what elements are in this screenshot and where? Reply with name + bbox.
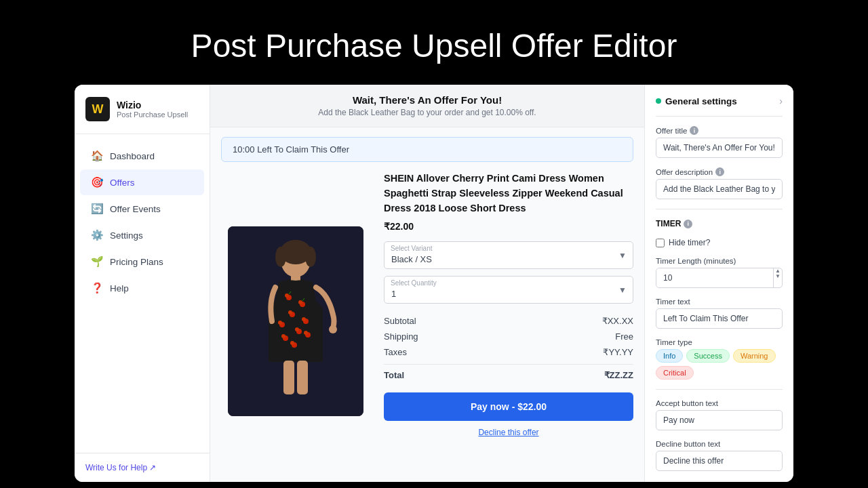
sidebar-item-pricing-plans[interactable]: 🌱 Pricing Plans <box>80 249 204 274</box>
hide-timer-row: Hide timer? <box>656 238 783 247</box>
svg-rect-6 <box>288 279 291 293</box>
variant-select-wrapper: Select Variant Black / XS ▼ <box>384 241 633 269</box>
timer-type-info[interactable]: Info <box>656 349 683 363</box>
svg-point-19 <box>278 321 282 325</box>
shipping-row: Shipping Free <box>384 329 633 344</box>
dashboard-icon: 🏠 <box>91 150 103 162</box>
product-price: ₹22.00 <box>384 221 633 232</box>
svg-rect-7 <box>300 279 304 293</box>
sidebar-footer: Write Us for Help ↗ <box>75 453 210 482</box>
variant-label: Select Variant <box>391 245 433 252</box>
timer-type-field: Timer type Info Success Warning Critical <box>656 338 783 380</box>
offers-icon: 🎯 <box>91 176 103 188</box>
sidebar-item-label: Settings <box>110 230 143 241</box>
svg-point-17 <box>302 317 306 321</box>
offer-title-info-icon: i <box>690 126 698 135</box>
timer-text-label: Timer text <box>656 298 783 306</box>
offer-header-title: Wait, There's An Offer For You! <box>224 94 631 106</box>
shipping-value: Free <box>615 331 633 342</box>
svg-point-9 <box>285 293 289 298</box>
sidebar-item-offers[interactable]: 🎯 Offers <box>80 169 204 195</box>
offer-header-subtitle: Add the Black Leather Bag to your order … <box>224 108 631 117</box>
product-name: SHEIN Allover Cherry Print Cami Dress Wo… <box>384 171 633 216</box>
svg-point-3 <box>275 247 286 267</box>
quantity-label: Select Quantity <box>391 279 437 287</box>
product-image-container <box>221 171 370 471</box>
offer-events-icon: 🔄 <box>91 203 103 215</box>
timer-length-down-button[interactable]: ▼ <box>774 274 782 279</box>
product-details: SHEIN Allover Cherry Print Cami Dress Wo… <box>384 171 633 471</box>
timer-length-field: Timer Length (minutes) ▲ ▼ <box>656 257 783 288</box>
taxes-value: ₹YY.YY <box>603 347 633 357</box>
sidebar-logo: W Wizio Post Purchase Upsell <box>75 85 210 134</box>
product-section: SHEIN Allover Cherry Print Cami Dress Wo… <box>210 171 644 482</box>
total-label: Total <box>384 370 404 380</box>
sidebar: W Wizio Post Purchase Upsell 🏠 Dashboard… <box>75 85 210 482</box>
svg-point-4 <box>305 247 316 267</box>
sidebar-item-offer-events[interactable]: 🔄 Offer Events <box>80 196 204 222</box>
divider-2 <box>656 209 783 209</box>
main-content: Wait, There's An Offer For You! Add the … <box>210 85 644 482</box>
shipping-label: Shipping <box>384 331 418 342</box>
sidebar-item-label: Pricing Plans <box>110 257 163 267</box>
brand-sub: Post Purchase Upsell <box>117 110 188 119</box>
taxes-row: Taxes ₹YY.YY <box>384 344 633 360</box>
timer-text-input[interactable] <box>656 308 783 329</box>
offer-desc-input[interactable] <box>656 179 783 199</box>
timer-length-input[interactable] <box>656 268 773 287</box>
svg-point-12 <box>298 300 302 304</box>
brand-name: Wizio <box>117 100 188 111</box>
timer-type-success[interactable]: Success <box>686 349 730 363</box>
quantity-select-wrapper: Select Quantity 1 ▼ <box>384 276 633 304</box>
page-title: Post Purchase Upsell Offer Editor <box>14 14 854 85</box>
hide-timer-checkbox[interactable] <box>656 239 665 247</box>
timer-type-warning[interactable]: Warning <box>733 349 776 363</box>
subtotal-row: Subtotal ₹XX.XX <box>384 313 633 329</box>
total-value: ₹ZZ.ZZ <box>604 370 633 380</box>
offer-desc-label: Offer description i <box>656 167 783 176</box>
sidebar-item-label: Dashboard <box>110 151 155 161</box>
app-container: W Wizio Post Purchase Upsell 🏠 Dashboard… <box>75 85 793 482</box>
timer-length-label: Timer Length (minutes) <box>656 257 783 265</box>
svg-point-21 <box>295 327 299 331</box>
pricing-plans-icon: 🌱 <box>91 256 103 268</box>
product-image <box>228 226 363 416</box>
settings-icon: ⚙️ <box>91 229 103 241</box>
offer-desc-field: Offer description i <box>656 167 783 199</box>
offer-desc-info-icon: i <box>715 167 724 176</box>
sidebar-item-dashboard[interactable]: 🏠 Dashboard <box>80 143 204 169</box>
svg-point-15 <box>288 310 292 314</box>
offer-preview: Wait, There's An Offer For You! Add the … <box>210 85 644 482</box>
svg-point-23 <box>281 334 285 338</box>
pay-button[interactable]: Pay now - $22.00 <box>384 392 633 421</box>
timer-type-critical[interactable]: Critical <box>656 366 694 380</box>
decline-btn-input[interactable] <box>656 451 783 471</box>
total-row: Total ₹ZZ.ZZ <box>384 364 633 383</box>
timer-section-title: TIMER i <box>656 219 783 228</box>
decline-link[interactable]: Decline this offer <box>384 428 633 437</box>
sidebar-item-settings[interactable]: ⚙️ Settings <box>80 222 204 248</box>
svg-rect-30 <box>297 361 308 394</box>
logo-text: Wizio Post Purchase Upsell <box>117 100 188 119</box>
subtotal-value: ₹XX.XX <box>602 316 633 326</box>
timer-bar: 10:00 Left To Claim This Offer <box>221 137 633 162</box>
svg-rect-29 <box>283 361 294 394</box>
decline-btn-field: Decline button text <box>656 440 783 471</box>
offer-title-field: Offer title i <box>656 126 783 158</box>
settings-chevron-icon[interactable]: › <box>779 96 783 106</box>
sidebar-item-help[interactable]: ❓ Help <box>80 275 204 301</box>
accept-btn-label: Accept button text <box>656 399 783 407</box>
settings-title: General settings <box>656 96 737 106</box>
pricing-table: Subtotal ₹XX.XX Shipping Free Taxes ₹YY.… <box>384 313 633 383</box>
timer-type-label: Timer type <box>656 338 783 346</box>
offer-header-banner: Wait, There's An Offer For You! Add the … <box>210 85 644 127</box>
accept-btn-input[interactable] <box>656 410 783 430</box>
write-us-link[interactable]: Write Us for Help ↗ <box>85 463 199 472</box>
offer-title-input[interactable] <box>656 138 783 158</box>
sidebar-item-label: Offer Events <box>110 204 161 214</box>
svg-point-27 <box>290 341 294 345</box>
settings-active-dot <box>656 98 661 104</box>
settings-panel: General settings › Offer title i Offer d… <box>644 85 793 482</box>
logo-icon: W <box>85 97 110 121</box>
help-icon: ❓ <box>91 282 103 294</box>
